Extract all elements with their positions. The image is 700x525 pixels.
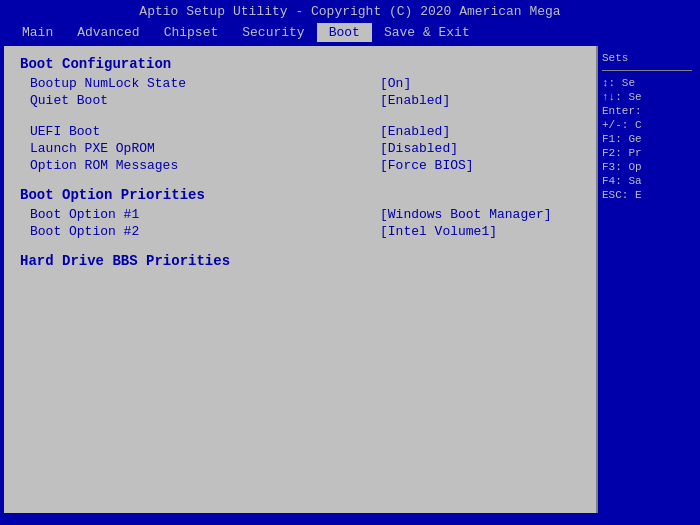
help-key: F3: Op <box>602 161 692 173</box>
menu-bar: MainAdvancedChipsetSecurityBootSave & Ex… <box>0 21 700 44</box>
setting-row-boot-opt1: Boot Option #1 [Windows Boot Manager] <box>20 207 580 222</box>
help-key: ESC: E <box>602 189 692 201</box>
help-divider <box>602 70 692 71</box>
menu-item-advanced[interactable]: Advanced <box>65 23 151 42</box>
launch-pxe-label: Launch PXE OpROM <box>20 141 155 156</box>
menu-item-chipset[interactable]: Chipset <box>152 23 231 42</box>
boot-opt1-value[interactable]: [Windows Boot Manager] <box>380 207 580 222</box>
help-title: Sets <box>602 52 692 64</box>
help-key: +/-: C <box>602 119 692 131</box>
section-boot-priorities: Boot Option Priorities <box>20 187 580 203</box>
bootup-numlck-value[interactable]: [On] <box>380 76 580 91</box>
help-key: ↑↓: Se <box>602 91 692 103</box>
help-key: Enter: <box>602 105 692 117</box>
boot-opt2-value[interactable]: [Intel Volume1] <box>380 224 580 239</box>
uefi-boot-value[interactable]: [Enabled] <box>380 124 580 139</box>
menu-item-security[interactable]: Security <box>230 23 316 42</box>
title-text: Aptio Setup Utility - Copyright (C) 2020… <box>139 4 560 19</box>
help-key: F2: Pr <box>602 147 692 159</box>
launch-pxe-value[interactable]: [Disabled] <box>380 141 580 156</box>
uefi-boot-label: UEFI Boot <box>20 124 100 139</box>
help-key: F1: Ge <box>602 133 692 145</box>
setting-row-pxe: Launch PXE OpROM [Disabled] <box>20 141 580 156</box>
content-panel: Boot Configuration Bootup NumLock State … <box>4 46 596 513</box>
menu-item-save-exit[interactable]: Save & Exit <box>372 23 482 42</box>
main-area: Boot Configuration Bootup NumLock State … <box>4 46 696 513</box>
setting-row-boot-opt2: Boot Option #2 [Intel Volume1] <box>20 224 580 239</box>
setting-row-uefi: UEFI Boot [Enabled] <box>20 124 580 139</box>
quiet-boot-value[interactable]: [Enabled] <box>380 93 580 108</box>
setting-row-numlck: Bootup NumLock State [On] <box>20 76 580 91</box>
quiet-boot-label: Quiet Boot <box>20 93 108 108</box>
setting-row-option-rom: Option ROM Messages [Force BIOS] <box>20 158 580 173</box>
help-key: ↕: Se <box>602 77 692 89</box>
menu-item-boot[interactable]: Boot <box>317 23 372 42</box>
setting-row-quiet-boot: Quiet Boot [Enabled] <box>20 93 580 108</box>
boot-opt2-label: Boot Option #2 <box>20 224 139 239</box>
title-bar: Aptio Setup Utility - Copyright (C) 2020… <box>0 0 700 21</box>
help-keys: ↕: Se↑↓: SeEnter:+/-: CF1: GeF2: PrF3: O… <box>602 77 692 201</box>
help-panel: Sets ↕: Se↑↓: SeEnter:+/-: CF1: GeF2: Pr… <box>596 46 696 513</box>
option-rom-label: Option ROM Messages <box>20 158 178 173</box>
menu-item-main[interactable]: Main <box>10 23 65 42</box>
bootup-numlck-label: Bootup NumLock State <box>20 76 186 91</box>
section-hdd-bbs: Hard Drive BBS Priorities <box>20 253 580 269</box>
option-rom-value[interactable]: [Force BIOS] <box>380 158 580 173</box>
help-key: F4: Sa <box>602 175 692 187</box>
section-boot-config: Boot Configuration <box>20 56 580 72</box>
boot-opt1-label: Boot Option #1 <box>20 207 139 222</box>
